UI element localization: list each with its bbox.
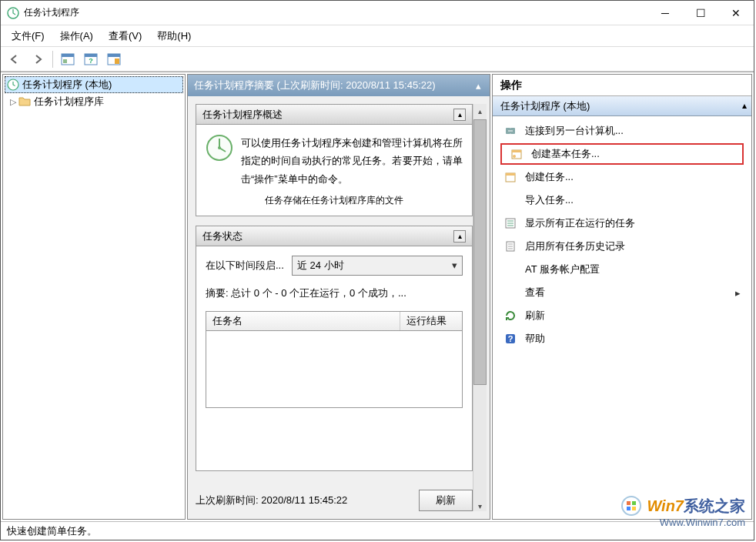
scroll-up-button[interactable]: ▴ [473, 104, 487, 118]
status-title: 任务状态 [202, 229, 243, 243]
help-icon: ? [503, 332, 517, 346]
action-item-label: 导入任务... [525, 193, 574, 207]
collapse-icon[interactable]: ▴ [453, 230, 466, 243]
svg-rect-2 [62, 54, 74, 57]
col-task-name[interactable]: 任务名 [206, 312, 400, 330]
overview-text: 可以使用任务计划程序来创建和管理计算机将在所指定的时间自动执行的常见任务。若要开… [241, 134, 463, 188]
window-title: 任务计划程序 [24, 6, 647, 19]
action-item-1[interactable]: 创建基本任务... [500, 143, 744, 165]
toolbar-pane1-button[interactable] [57, 49, 79, 69]
action-item-2[interactable]: 创建任务... [496, 166, 748, 189]
expand-icon[interactable]: ▷ [8, 97, 18, 107]
running-icon [503, 216, 517, 230]
task-list[interactable] [206, 331, 463, 408]
toolbar: ? [1, 47, 754, 72]
svg-point-17 [513, 155, 516, 158]
scroll-thumb[interactable] [473, 119, 487, 385]
svg-rect-8 [108, 54, 120, 57]
action-item-5[interactable]: 启用所有任务历史记录 [496, 235, 748, 258]
center-pane: 任务计划程序摘要 (上次刷新时间: 2020/8/11 15:45:22) ▴ … [187, 74, 490, 520]
statusbar-text: 快速创建简单任务。 [7, 524, 97, 538]
period-value: 近 24 小时 [297, 259, 344, 273]
col-run-result[interactable]: 运行结果 [400, 312, 462, 330]
center-scrollbar[interactable]: ▴ ▾ [473, 104, 487, 511]
action-item-8[interactable]: 刷新 [496, 304, 748, 327]
back-button[interactable] [4, 49, 25, 69]
actions-pane: 操作 任务计划程序 (本地) ▴ 连接到另一台计算机...创建基本任务...创建… [492, 74, 752, 520]
import-icon [503, 193, 517, 207]
tree-root-label: 任务计划程序 (本地) [22, 78, 112, 92]
action-item-7[interactable]: 查看 [496, 281, 748, 304]
action-item-label: 启用所有任务历史记录 [525, 239, 625, 253]
overview-group-header[interactable]: 任务计划程序概述 ▴ [196, 105, 472, 125]
svg-text:?: ? [508, 334, 513, 343]
clock-icon [7, 79, 19, 91]
main-body: 任务计划程序 (本地) ▷ 任务计划程序库 任务计划程序摘要 (上次刷新时间: … [1, 72, 754, 521]
svg-rect-19 [506, 173, 515, 176]
action-item-label: 创建任务... [525, 170, 574, 184]
action-item-label: 创建基本任务... [531, 147, 600, 161]
action-item-9[interactable]: ?帮助 [496, 327, 748, 350]
period-label: 在以下时间段启... [206, 259, 284, 273]
action-item-label: 连接到另一台计算机... [525, 124, 624, 138]
action-item-label: 显示所有正在运行的任务 [525, 216, 635, 230]
forward-button[interactable] [27, 49, 49, 69]
wizard-icon [510, 147, 524, 161]
svg-text:?: ? [89, 57, 93, 65]
link-icon [503, 124, 517, 138]
app-window: 任务计划程序 ─ ☐ ✕ 文件(F) 操作(A) 查看(V) 帮助(H) ? 任… [0, 0, 754, 540]
action-item-label: 查看 [525, 286, 545, 299]
status-group-header[interactable]: 任务状态 ▴ [196, 226, 472, 246]
task-list-header: 任务名 运行结果 [206, 311, 463, 331]
menu-file[interactable]: 文件(F) [4, 26, 52, 46]
actions-subtitle-text: 任务计划程序 (本地) [500, 99, 590, 113]
nav-tree: 任务计划程序 (本地) ▷ 任务计划程序库 [2, 74, 186, 520]
tree-child[interactable]: ▷ 任务计划程序库 [5, 93, 183, 110]
scroll-down-button[interactable]: ▾ [473, 499, 487, 513]
period-dropdown[interactable]: 近 24 小时 [292, 256, 463, 276]
center-header-text: 任务计划程序摘要 (上次刷新时间: 2020/8/11 15:45:22) [194, 79, 436, 92]
action-item-3[interactable]: 导入任务... [496, 189, 748, 212]
toolbar-help-button[interactable]: ? [80, 49, 102, 69]
folder-icon [18, 95, 31, 108]
scroll-up-icon[interactable]: ▴ [473, 80, 483, 91]
actions-list: 连接到另一台计算机...创建基本任务...创建任务...导入任务...显示所有正… [493, 116, 751, 353]
none-icon [503, 286, 517, 299]
refresh-button[interactable]: 刷新 [419, 490, 473, 511]
toolbar-pane2-button[interactable] [103, 49, 125, 69]
action-item-6[interactable]: AT 服务帐户配置 [496, 258, 748, 281]
action-item-label: 帮助 [525, 332, 545, 346]
action-item-0[interactable]: 连接到另一台计算机... [496, 119, 748, 142]
tree-root[interactable]: 任务计划程序 (本地) [5, 76, 183, 93]
refresh-row: 上次刷新时间: 2020/8/11 15:45:22 刷新 [196, 490, 473, 511]
overview-title: 任务计划程序概述 [202, 108, 283, 122]
toolbar-separator [52, 51, 53, 68]
menu-help[interactable]: 帮助(H) [149, 26, 199, 46]
minimize-button[interactable]: ─ [647, 2, 683, 25]
action-item-4[interactable]: 显示所有正在运行的任务 [496, 212, 748, 235]
app-icon [7, 7, 19, 19]
menubar: 文件(F) 操作(A) 查看(V) 帮助(H) [1, 25, 754, 47]
svg-rect-16 [512, 150, 521, 152]
status-inner: 在以下时间段启... 近 24 小时 摘要: 总计 0 个 - 0 个正在运行，… [196, 246, 472, 417]
actions-subtitle[interactable]: 任务计划程序 (本地) ▴ [493, 96, 751, 116]
menu-view[interactable]: 查看(V) [101, 26, 149, 46]
overview-clock-icon [206, 134, 233, 162]
status-summary: 摘要: 总计 0 个 - 0 个正在运行，0 个成功，... [206, 286, 463, 300]
tree-child-label: 任务计划程序库 [34, 95, 104, 109]
actions-title: 操作 [493, 75, 751, 96]
action-item-label: AT 服务帐户配置 [525, 263, 600, 276]
menu-action[interactable]: 操作(A) [52, 26, 101, 46]
action-item-label: 刷新 [525, 309, 545, 323]
maximize-button[interactable]: ☐ [683, 2, 718, 25]
collapse-icon[interactable]: ▴ [742, 100, 747, 111]
overview-group: 任务计划程序概述 ▴ 可以使用任务计划程序来创建和管理计算机将在所指定的时间自动… [196, 104, 473, 216]
task-icon [503, 170, 517, 184]
collapse-icon[interactable]: ▴ [453, 109, 466, 121]
titlebar: 任务计划程序 ─ ☐ ✕ [1, 1, 754, 25]
overview-inner: 可以使用任务计划程序来创建和管理计算机将在所指定的时间自动执行的常见任务。若要开… [196, 125, 472, 216]
status-group: 任务状态 ▴ 在以下时间段启... 近 24 小时 摘要: 总计 0 个 - 0… [196, 226, 473, 471]
close-button[interactable]: ✕ [718, 2, 754, 25]
overview-cutline: 任务存储在任务计划程序库的文件 [206, 194, 463, 206]
center-content: 任务计划程序概述 ▴ 可以使用任务计划程序来创建和管理计算机将在所指定的时间自动… [196, 104, 473, 511]
